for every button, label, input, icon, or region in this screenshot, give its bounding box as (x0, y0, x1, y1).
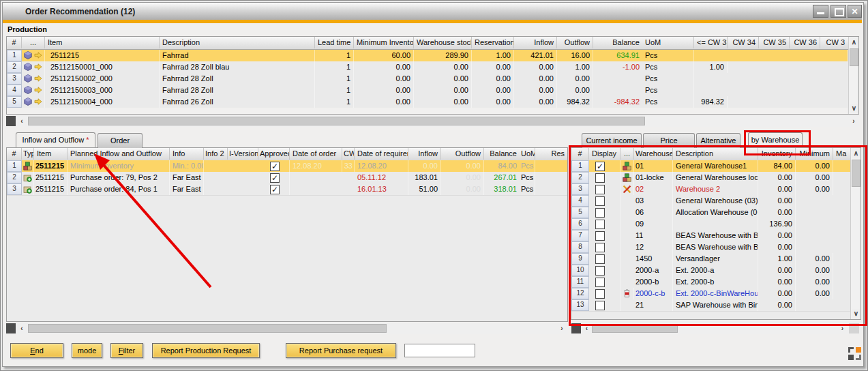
report-production-request-button[interactable]: Report Production Request (152, 343, 260, 358)
scrollbar-corner-box[interactable] (6, 323, 16, 333)
col-header-description[interactable]: Description (160, 37, 315, 48)
table-row[interactable]: 2 25112150001_000 Fahrrad 28 Zoll blau 1… (7, 61, 848, 74)
col-header-cw34[interactable]: CW 34 (728, 37, 759, 48)
scrollbar-thumb[interactable] (850, 48, 858, 66)
scroll-up-icon[interactable]: ∧ (852, 149, 860, 158)
display-checkbox[interactable] (595, 254, 605, 264)
scrollbar-corner-box[interactable] (6, 116, 16, 126)
col-header-icons[interactable]: ... (22, 37, 45, 48)
col-header-num[interactable]: # (571, 148, 589, 160)
display-checkbox[interactable] (595, 162, 605, 171)
h-scrollbar[interactable]: ‹ › (6, 323, 568, 334)
display-checkbox[interactable] (595, 266, 605, 276)
tab-inflow-and-outflow[interactable]: Inflow and Outflow * (16, 132, 95, 147)
row-number[interactable]: 2 (571, 172, 589, 183)
scroll-down-icon[interactable]: ∨ (850, 104, 858, 113)
scroll-right-icon[interactable]: › (838, 323, 847, 333)
table-row[interactable]: 11 2000-b Ext. 2000-b 0.00 0.00 (571, 276, 850, 288)
scroll-left-icon[interactable]: ‹ (17, 116, 27, 126)
table-row[interactable]: 3 02 Warehouse 2 0.00 0.00 (571, 183, 850, 196)
filter-button[interactable]: Filter (110, 343, 143, 358)
col-header-inventory[interactable]: Inventory (758, 148, 796, 160)
footer-text-input[interactable] (404, 344, 475, 357)
scroll-down-icon[interactable]: ∨ (852, 309, 860, 318)
col-header-uom[interactable]: UoM (642, 37, 694, 48)
row-number[interactable]: 13 (571, 299, 589, 311)
col-header-warehouse[interactable]: Warehouse (634, 148, 673, 160)
scrollbar-corner-box[interactable] (571, 323, 581, 333)
col-header-reservation[interactable]: Reservation (472, 37, 514, 48)
table-row[interactable]: 6 09 136.90 (571, 218, 850, 231)
col-header-warehouse-stock[interactable]: Warehouse stock (414, 37, 472, 48)
table-row[interactable]: 1 2511215 Minimum Inventory Min.: 0.00 1… (7, 160, 567, 173)
tab-by-warehouse[interactable]: by Warehouse (748, 132, 803, 147)
col-header-outflow[interactable]: Outflow (441, 148, 484, 160)
row-number[interactable]: 1 (571, 160, 589, 172)
scroll-up-icon[interactable]: ∧ (850, 38, 858, 47)
h-scrollbar[interactable]: ‹ › (6, 115, 859, 127)
col-header-num[interactable]: # (7, 148, 22, 160)
table-row[interactable]: 4 25112150003_000 Fahrrad 28 Zoll 1 0.00… (7, 85, 848, 97)
col-header-cw35[interactable]: CW 35 (759, 37, 790, 48)
table-row[interactable]: 7 11 BEAS Warehouse with Bin 0.00 (571, 230, 850, 242)
col-header-typ[interactable]: Typ (22, 148, 34, 160)
mode-button[interactable]: mode (72, 343, 102, 358)
col-header-minimum[interactable]: Minimum (796, 148, 833, 160)
col-header-cw33[interactable]: <= CW 33 (694, 37, 728, 48)
tab-alternative[interactable]: Alternative (696, 133, 740, 148)
display-checkbox[interactable] (595, 185, 605, 194)
table-row[interactable]: 2 2511215 Purchase order: 79, Pos 2 Far … (7, 172, 567, 184)
col-header-num[interactable]: # (7, 37, 22, 48)
col-header-inflow[interactable]: Inflow (514, 37, 557, 48)
end-button[interactable]: End (10, 343, 63, 358)
col-header-date-of-order[interactable]: Date of order (290, 148, 342, 160)
table-row[interactable]: 5 25112150004_000 Fahrrad 26 Zoll 1 0.00… (7, 96, 848, 108)
row-number[interactable]: 4 (571, 195, 589, 207)
scrollbar-thumb[interactable] (28, 324, 387, 333)
display-checkbox[interactable] (595, 208, 605, 218)
col-header-description[interactable]: Description (673, 148, 758, 160)
row-number[interactable]: 12 (571, 288, 589, 299)
table-row[interactable]: 12 2000-c-b Ext. 2000-c-BinWareHouse 0.0… (571, 288, 850, 300)
scrollbar-corner-box[interactable] (849, 323, 859, 333)
col-header-cw36[interactable]: CW 36 (790, 37, 820, 48)
maximize-button[interactable] (830, 5, 846, 18)
tab-current-income[interactable]: Current income (582, 133, 642, 148)
col-header-approved[interactable]: Approved (258, 148, 290, 160)
table-row[interactable]: 1 2511215 Fahrrad 1 60.00 289.90 1.00 42… (7, 50, 848, 62)
row-number[interactable]: 5 (571, 207, 589, 218)
col-header-max[interactable]: Ma (833, 148, 850, 160)
scroll-left-icon[interactable]: ‹ (17, 323, 27, 333)
table-row[interactable]: 8 12 BEAS Warehouse with Bin 0.00 (571, 241, 850, 254)
scrollbar-thumb[interactable] (592, 324, 678, 333)
row-number[interactable]: 5 (7, 96, 22, 108)
table-row[interactable]: 4 03 General Warehouse (03) 0.00 (571, 195, 850, 207)
col-header-iversion[interactable]: I-Version (228, 148, 258, 160)
row-number[interactable]: 11 (571, 276, 589, 288)
row-number[interactable]: 2 (7, 61, 22, 73)
col-header-info[interactable]: Info (170, 148, 204, 160)
row-number[interactable]: 6 (571, 218, 589, 230)
col-header-item[interactable]: Item (34, 148, 68, 160)
approved-checkbox[interactable] (270, 173, 280, 183)
row-number[interactable]: 2 (7, 172, 22, 183)
col-header-outflow[interactable]: Outflow (557, 37, 593, 48)
col-header-uom[interactable]: UoM (520, 148, 535, 160)
report-purchase-request-button[interactable]: Report Purchase request (286, 343, 396, 358)
row-number[interactable]: 10 (571, 265, 589, 276)
table-row[interactable]: 9 1450 Versandlager 1.00 0.00 (571, 253, 850, 265)
scroll-right-icon[interactable]: › (849, 116, 858, 126)
row-number[interactable]: 1 (7, 50, 22, 61)
row-number[interactable]: 9 (571, 253, 589, 265)
table-row[interactable]: 1 01 General Warehouse1 84.00 0.00 (571, 160, 850, 173)
col-header-balance[interactable]: Balance (593, 37, 642, 48)
row-number[interactable]: 3 (7, 73, 22, 85)
col-header-res[interactable]: Res (535, 148, 567, 160)
scrollbar-thumb[interactable] (28, 117, 645, 125)
display-checkbox[interactable] (595, 243, 605, 252)
col-header-info2[interactable]: Info 2 (204, 148, 228, 160)
display-checkbox[interactable] (595, 173, 605, 183)
display-checkbox[interactable] (595, 196, 605, 206)
row-number[interactable]: 3 (571, 183, 589, 195)
approved-checkbox[interactable] (270, 162, 280, 171)
